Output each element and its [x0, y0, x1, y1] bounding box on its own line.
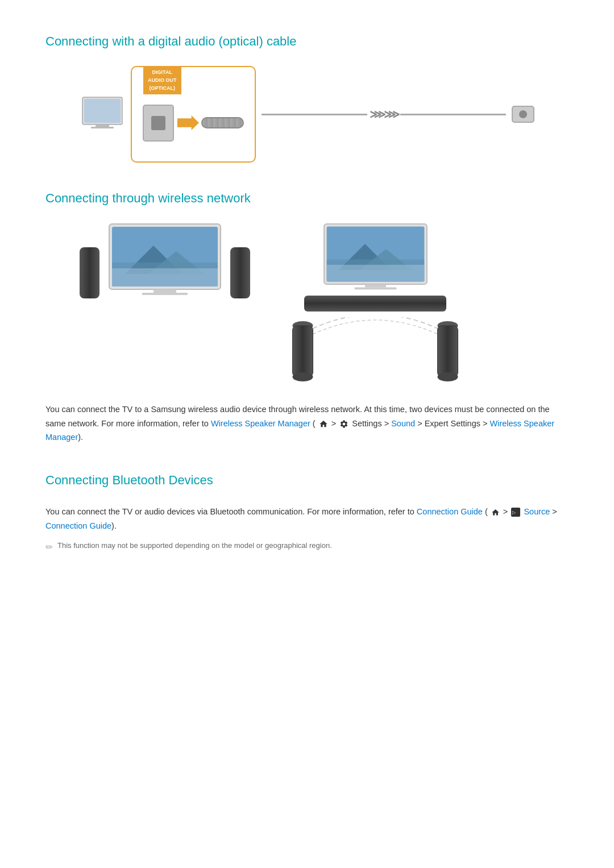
right-rear-speaker — [435, 321, 460, 385]
wireless-diagram — [80, 223, 569, 385]
soundbar — [304, 296, 446, 312]
source-link[interactable]: Source — [524, 507, 550, 516]
gear-icon — [339, 420, 349, 429]
svg-rect-11 — [142, 293, 188, 295]
optical-port-box: DIGITAL AUDIO OUT (OPTICAL) — [131, 66, 256, 163]
right-speaker — [230, 247, 250, 298]
note: ✏ This function may not be supported dep… — [45, 541, 569, 553]
svg-rect-19 — [354, 288, 396, 290]
svg-rect-1 — [84, 99, 121, 123]
tv-icon — [80, 96, 125, 133]
optical-diagram: DIGITAL AUDIO OUT (OPTICAL) ⋙⋙ — [80, 66, 534, 163]
svg-rect-21 — [293, 326, 313, 377]
wireless-tv-left — [108, 223, 222, 298]
right-connector — [512, 106, 534, 123]
svg-point-22 — [293, 372, 313, 381]
wireless-setup-right — [284, 223, 466, 385]
wireless-section: Connecting through wireless network — [45, 191, 569, 445]
left-speaker — [80, 247, 99, 298]
svg-rect-2 — [96, 124, 109, 127]
bluetooth-title: Connecting Bluetooth Devices — [45, 473, 569, 488]
rear-speaker-svg-right — [435, 321, 460, 384]
connection-guide-link2[interactable]: Connection Guide — [45, 521, 111, 530]
left-rear-speaker — [290, 321, 316, 385]
optical-section: Connecting with a digital audio (optical… — [45, 34, 569, 163]
bluetooth-section: Connecting Bluetooth Devices You can con… — [45, 473, 569, 553]
svg-rect-18 — [365, 284, 386, 288]
svg-text:▷: ▷ — [512, 510, 516, 515]
wireless-setup-left — [80, 223, 250, 298]
optical-title: Connecting with a digital audio (optical… — [45, 34, 569, 49]
rear-speaker-svg-left — [290, 321, 316, 384]
note-content: This function may not be supported depen… — [57, 541, 332, 550]
tv-svg-left — [108, 223, 222, 297]
home-icon — [319, 420, 328, 429]
svg-rect-10 — [154, 289, 176, 293]
svg-rect-9 — [112, 268, 218, 286]
svg-rect-24 — [438, 326, 458, 377]
bluetooth-body-text: You can connect the TV or audio devices … — [45, 505, 569, 533]
svg-point-25 — [438, 372, 458, 381]
optical-label: DIGITAL AUDIO OUT (OPTICAL) — [143, 66, 181, 94]
sound-link[interactable]: Sound — [391, 419, 415, 428]
home-icon-bt — [491, 508, 500, 517]
pencil-icon: ✏ — [45, 542, 53, 553]
svg-rect-3 — [91, 127, 114, 128]
source-icon: ▷ — [511, 508, 520, 517]
tv-svg-right — [323, 223, 428, 291]
svg-rect-17 — [326, 265, 424, 282]
wireless-body-text: You can connect the TV to a Samsung wire… — [45, 402, 569, 445]
connection-guide-link1[interactable]: Connection Guide — [417, 507, 483, 516]
wireless-title: Connecting through wireless network — [45, 191, 569, 206]
wireless-speaker-manager-link1[interactable]: Wireless Speaker Manager — [211, 419, 310, 428]
